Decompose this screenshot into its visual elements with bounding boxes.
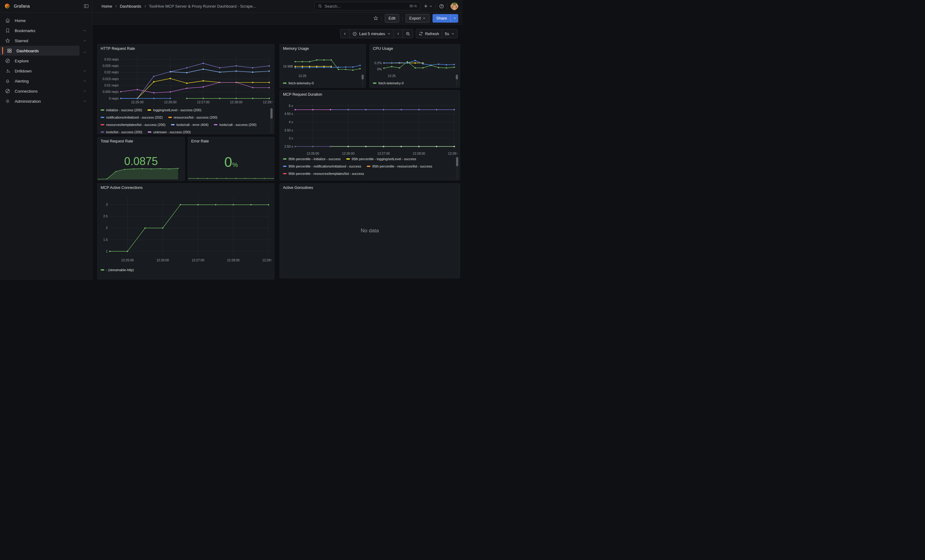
chevron-down-icon[interactable] xyxy=(83,99,87,103)
mcp-active-connections-chart[interactable]: 12:25:0012:26:0012:27:0012:28:0012:29:00… xyxy=(99,192,272,266)
panel-cpu-usage: CPU Usage 12:250.2%0% fetch-telemetry-0 xyxy=(369,44,460,88)
svg-text:5 s: 5 s xyxy=(289,104,293,108)
legend-scrollbar xyxy=(456,157,458,180)
svg-text:12:27:00: 12:27:00 xyxy=(192,258,204,262)
chevron-down-icon[interactable] xyxy=(83,79,87,83)
stat-unit: % xyxy=(232,161,238,168)
panel-total-request-rate: Total Request Rate 0.0875 xyxy=(97,137,185,181)
legend-item[interactable]: logging/setLevel - success (200) xyxy=(148,108,201,112)
mcp-request-duration-chart[interactable]: 12:25:0012:26:0012:27:0012:28:0012:29:00… xyxy=(281,99,457,159)
chevron-right-icon xyxy=(143,5,147,8)
cpu-usage-chart[interactable]: 12:250.2%0% xyxy=(371,53,458,78)
new-button[interactable] xyxy=(423,4,432,9)
svg-text:12:25: 12:25 xyxy=(387,74,396,78)
svg-text:1: 1 xyxy=(106,249,108,253)
legend-item[interactable]: 95th percentile - initialize - success xyxy=(283,156,341,161)
panel-error-rate: Error Rate 0% xyxy=(188,137,274,181)
svg-text:12:25: 12:25 xyxy=(298,74,306,78)
search-input[interactable]: Search... ⌘+k xyxy=(315,2,420,11)
dock-sidebar-icon[interactable] xyxy=(83,3,89,9)
legend-scrollbar xyxy=(362,75,364,87)
svg-text:12:29:00: 12:29:00 xyxy=(448,152,457,155)
breadcrumb-dashboards[interactable]: Dashboards xyxy=(120,4,141,9)
help-button[interactable] xyxy=(439,4,444,9)
drilldown-icon xyxy=(5,68,11,74)
panel-title[interactable]: CPU Usage xyxy=(373,47,393,51)
legend-item[interactable]: tools/call - error (404) xyxy=(171,122,209,127)
chevron-down-icon[interactable] xyxy=(83,50,87,56)
sidebar-item-bookmarks[interactable]: Bookmarks xyxy=(0,26,92,36)
legend-item[interactable]: resources/templates/list - success (200) xyxy=(101,122,166,127)
legend-scrollbar xyxy=(456,75,458,87)
refresh-button[interactable]: Refresh xyxy=(416,29,442,38)
time-shift-back-button[interactable] xyxy=(340,29,350,38)
stat-value: 0% xyxy=(188,154,274,170)
sidebar-item-explore[interactable]: Explore xyxy=(0,56,92,66)
http-request-rate-chart[interactable]: 12:25:0012:26:0012:27:0012:28:0012:29:00… xyxy=(99,53,272,107)
scrollbar-thumb[interactable] xyxy=(456,157,458,166)
legend-item[interactable]: tools/list - success (200) xyxy=(101,130,142,134)
legend-item[interactable]: tools/call - success (200) xyxy=(214,122,256,127)
legend-item[interactable]: unknown - success (200) xyxy=(148,130,191,134)
panel-title[interactable]: MCP Request Duration xyxy=(283,92,322,97)
legend-item[interactable]: 95th percentile - logging/setLevel - suc… xyxy=(346,156,416,161)
svg-text:12:25:00: 12:25:00 xyxy=(131,100,143,104)
legend-item[interactable]: initialize - success (200) xyxy=(101,108,142,112)
legend-item[interactable]: 95th percentile - resources/list - succe… xyxy=(367,164,432,168)
refresh-interval-picker[interactable]: 5s xyxy=(442,29,458,38)
share-button[interactable]: Share xyxy=(432,14,450,23)
sidebar-item-home[interactable]: Home xyxy=(0,16,92,26)
legend-item[interactable]: - (streamable-http) xyxy=(101,267,134,272)
gear-icon xyxy=(5,98,11,104)
chevron-down-icon[interactable] xyxy=(83,89,87,93)
svg-text:4 s: 4 s xyxy=(289,120,293,124)
avatar[interactable] xyxy=(450,3,458,10)
chevron-left-icon xyxy=(343,32,346,36)
svg-text:0 req/s: 0 req/s xyxy=(109,97,119,100)
sidebar-item-connections[interactable]: Connections xyxy=(0,86,92,96)
breadcrumb-home[interactable]: Home xyxy=(102,4,112,9)
chevron-down-icon[interactable] xyxy=(83,39,87,42)
sidebar-item-starred[interactable]: Starred xyxy=(0,36,92,45)
legend-item[interactable]: 95th percentile - resources/templates/li… xyxy=(283,171,364,176)
svg-text:12:27:00: 12:27:00 xyxy=(197,100,209,104)
grafana-logo-icon[interactable] xyxy=(4,3,11,9)
legend-item[interactable]: resources/list - success (200) xyxy=(168,115,217,120)
search-shortcut: ⌘+k xyxy=(409,4,417,8)
legend-item[interactable]: fetch-telemetry-0 xyxy=(283,81,314,85)
scrollbar-thumb[interactable] xyxy=(362,75,364,80)
export-button[interactable]: Export xyxy=(405,14,430,23)
zoom-out-button[interactable] xyxy=(402,29,413,38)
panel-active-goroutines: Active Goroutines No data xyxy=(280,183,460,278)
refresh-group: Refresh 5s xyxy=(416,29,458,38)
sidebar-item-alerting[interactable]: Alerting xyxy=(0,76,92,86)
time-shift-forward-button[interactable] xyxy=(393,29,403,38)
memory-usage-chart[interactable]: 12:2516 MiB xyxy=(280,53,364,78)
svg-text:2: 2 xyxy=(106,226,108,230)
legend-item[interactable]: fetch-telemetry-0 xyxy=(373,81,404,85)
legend-item[interactable]: notifications/initialized - success (202… xyxy=(101,115,163,120)
favorite-star-button[interactable] xyxy=(373,16,378,21)
chevron-down-icon[interactable] xyxy=(83,29,87,32)
chevron-down-icon xyxy=(387,32,391,36)
panel-title[interactable]: Memory Usage xyxy=(283,47,309,51)
svg-text:12:28:00: 12:28:00 xyxy=(227,258,240,262)
sidebar-item-administration[interactable]: Administration xyxy=(0,96,92,106)
share-menu-button[interactable] xyxy=(450,14,458,23)
scrollbar-thumb[interactable] xyxy=(456,75,458,80)
edit-button[interactable]: Edit xyxy=(385,14,399,23)
star-icon xyxy=(373,16,378,21)
scrollbar-thumb[interactable] xyxy=(270,108,273,119)
legend-item[interactable]: 95th percentile - notifications/initiali… xyxy=(283,164,361,168)
panel-title[interactable]: HTTP Request Rate xyxy=(101,47,135,51)
panel-title[interactable]: MCP Active Connections xyxy=(101,186,143,190)
sidebar-item-dashboards[interactable]: Dashboards xyxy=(0,46,80,56)
svg-text:0.03 req/s: 0.03 req/s xyxy=(104,57,119,61)
chevron-down-icon xyxy=(451,32,455,36)
chevron-down-icon xyxy=(453,17,456,20)
sidebar-item-drilldown[interactable]: Drilldown xyxy=(0,66,92,76)
time-range-picker[interactable]: Last 5 minutes xyxy=(350,29,394,38)
chevron-right-icon xyxy=(396,32,400,36)
chevron-down-icon[interactable] xyxy=(83,69,87,73)
question-icon xyxy=(439,4,444,9)
